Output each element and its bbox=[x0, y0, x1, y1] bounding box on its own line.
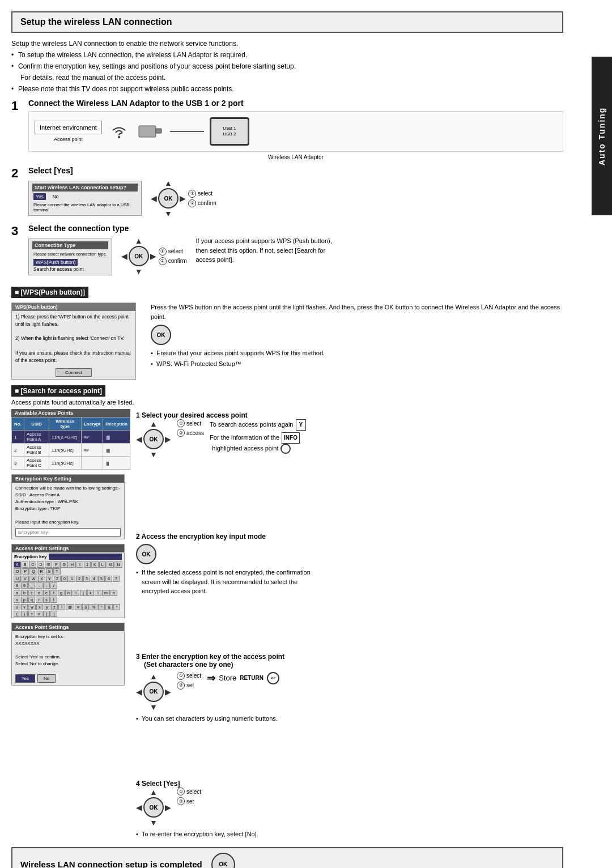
sub-step-1: 1 Select your desired access point ▲ ◀ O… bbox=[136, 411, 563, 459]
enc-key-title: Encryption Key Setting bbox=[12, 475, 124, 483]
col-no: No. bbox=[12, 418, 24, 431]
wps-right: Press the WPS button on the access point… bbox=[151, 300, 563, 369]
section-header: Setup the wireless LAN connection bbox=[11, 11, 563, 33]
info-label: INFO bbox=[282, 432, 300, 444]
step3-ok-area: ▲ ◀ OK ▶ ▼ ① select bbox=[121, 236, 187, 276]
wireless-lan-adaptor-label: Wireless LAN Adaptor bbox=[28, 154, 563, 160]
ap-confirm-no[interactable]: No bbox=[37, 674, 56, 683]
wps-left: WPS(Push button) 1) Please press the 'WP… bbox=[11, 300, 142, 382]
keyboard-area: Access Point Settings Encryption key A B… bbox=[11, 544, 125, 618]
wps-section: ■ [WPS(Push button)] WPS(Push button) 1)… bbox=[11, 283, 563, 382]
svg-point-0 bbox=[118, 136, 120, 138]
step-3-inner: Connection Type Please select network co… bbox=[28, 236, 563, 278]
enc-key-box: Encryption Key Setting Connection will b… bbox=[11, 474, 125, 539]
wps-screen-title: WPS(Push button) bbox=[12, 303, 135, 311]
ok-button-step3[interactable]: OK bbox=[129, 246, 149, 266]
step-1-title: Connect the Wireless LAN Adaptor to the … bbox=[28, 99, 563, 108]
wps-connect-btn[interactable]: Connect bbox=[56, 368, 92, 377]
intro-line1: Setup the wireless LAN connection to ena… bbox=[11, 39, 563, 49]
step-1-diagram: Internet environment Access point bbox=[28, 111, 563, 152]
step2-select-label: select bbox=[198, 190, 212, 197]
ok-button-wps[interactable]: OK bbox=[151, 325, 171, 345]
ap-confirm-box: Access Point Settings Encryption key is … bbox=[11, 623, 125, 686]
sub1-note2b: highlighted access point bbox=[212, 445, 278, 452]
step3-select-label: select bbox=[168, 248, 183, 254]
info-circle-icon bbox=[280, 444, 291, 454]
ok-button-sub2[interactable]: OK bbox=[136, 544, 156, 564]
sub-step-4: 4 Select [Yes] ▲ ◀ OK ▶ ▼ bbox=[136, 780, 563, 839]
sub1-note1: To search access points again bbox=[210, 420, 293, 430]
sub3-set: set bbox=[186, 682, 194, 688]
sub1-notes: To search access points again Y For the … bbox=[210, 419, 306, 454]
y-button: Y bbox=[296, 419, 307, 431]
step-3: 3 Select the connection type Connection … bbox=[11, 224, 563, 278]
step2-screen: Start wireless LAN connection setup? Yes… bbox=[28, 181, 142, 216]
sub4-note: To re-enter the encryption key, select [… bbox=[136, 829, 563, 839]
sub3-subtitle: (Set characters one by one) bbox=[144, 661, 563, 669]
ap-table: No. SSID Wireless type Encrypt Reception… bbox=[11, 417, 130, 470]
row1-encrypt: ## bbox=[81, 431, 103, 444]
sub4-labels: ① select ② set bbox=[177, 788, 201, 805]
step-1-number: 1 bbox=[11, 99, 24, 113]
table-row: 3 Access Point C 11n(5GHz) ||| bbox=[12, 457, 130, 470]
sub4-inner: ▲ ◀ OK ▶ ▼ ① bbox=[136, 788, 563, 827]
wps-screen: WPS(Push button) 1) Please press the 'WP… bbox=[11, 303, 136, 380]
col-type: Wireless type bbox=[49, 418, 81, 431]
svg-rect-2 bbox=[156, 129, 162, 133]
step-3-number: 3 bbox=[11, 224, 24, 239]
step-2: 2 Select [Yes] Start wireless LAN connec… bbox=[11, 166, 563, 218]
ap-confirm-body: Encryption key is set to:- XXXXXXXX Sele… bbox=[12, 631, 124, 670]
sub1-note2: For the information of the bbox=[210, 433, 279, 443]
return-label: RETURN bbox=[240, 675, 264, 681]
sub1-access: access bbox=[186, 430, 204, 436]
ap-table-area: Available Access Points No. SSID Wireles… bbox=[11, 409, 130, 470]
enc-key-input[interactable] bbox=[15, 528, 121, 537]
cable-line bbox=[170, 131, 204, 132]
svg-rect-1 bbox=[139, 126, 156, 137]
step2-yes-row: Yes No bbox=[32, 193, 138, 200]
sub2-ok-area: OK bbox=[136, 544, 563, 564]
wps-line-2: 2) When the light is flashing select 'Co… bbox=[15, 335, 132, 342]
row1-ssid: Access Point A bbox=[24, 431, 49, 444]
ap-confirm-yes[interactable]: Yes bbox=[15, 674, 35, 683]
wps-line-3: If you are unsure, please check the inst… bbox=[15, 350, 132, 364]
step2-msg: Please connect the wireless LAN adaptor … bbox=[32, 202, 138, 213]
sub1-title: 1 Select your desired access point bbox=[136, 411, 563, 419]
return-circle: ↩ bbox=[267, 672, 279, 684]
intro-block: Setup the wireless LAN connection to ena… bbox=[11, 39, 563, 94]
sub4-title: 4 Select [Yes] bbox=[136, 780, 563, 788]
ap-confirm-btns: Yes No bbox=[12, 672, 124, 685]
intro-bullet3: Please note that this TV does not suppor… bbox=[11, 84, 563, 94]
sub1-title-text: Select your desired access point bbox=[142, 411, 248, 419]
step-2-title: Select [Yes] bbox=[28, 166, 563, 175]
step-3-title: Select the connection type bbox=[28, 224, 563, 233]
ok-button[interactable]: OK bbox=[158, 188, 178, 209]
sub3-store-label: Store bbox=[219, 674, 236, 682]
sub3-labels: ① select ② set bbox=[177, 672, 201, 690]
step-2-content: Select [Yes] Start wireless LAN connecti… bbox=[28, 166, 563, 218]
step-3-content: Select the connection type Connection Ty… bbox=[28, 224, 563, 278]
step3-screen: Connection Type Please select network co… bbox=[28, 239, 112, 275]
ok-button-sub3[interactable]: OK bbox=[143, 682, 164, 702]
wps-line-1: 1) Please press the 'WPS' button on the … bbox=[15, 313, 132, 328]
sub2-title-text: Access the encryption key input mode bbox=[142, 533, 266, 541]
adaptor-area bbox=[136, 123, 164, 140]
access-point-label: Access point bbox=[54, 137, 83, 142]
enc-key-body: Connection will be made with the followi… bbox=[12, 483, 124, 539]
ok-button-sub4[interactable]: OK bbox=[143, 797, 164, 818]
step3-screen-msg: Please select network connection type. bbox=[32, 251, 108, 257]
col-ssid: SSID bbox=[24, 418, 49, 431]
intro-bullet2: Confirm the encryption key, settings and… bbox=[11, 61, 563, 71]
kbd-row-3: abcdefghijklmnopqrst bbox=[12, 589, 124, 603]
sub-step-2: 2 Access the encryption key input mode O… bbox=[136, 533, 563, 596]
search-header: ■ [Search for access point] bbox=[11, 385, 105, 397]
col-encrypt: Encrypt bbox=[81, 418, 103, 431]
keyboard-enc-label: Encryption key bbox=[14, 554, 46, 559]
section-title: Setup the wireless LAN connection bbox=[20, 17, 554, 27]
wps-note1: Ensure that your access point supports W… bbox=[151, 348, 563, 358]
ok-button-sub1[interactable]: OK bbox=[143, 429, 164, 449]
ok-button-final[interactable]: OK bbox=[211, 853, 235, 868]
search-left: Available Access Points No. SSID Wireles… bbox=[11, 409, 130, 688]
keyboard-enc-value bbox=[49, 554, 122, 560]
step-2-inner: Start wireless LAN connection setup? Yes… bbox=[28, 178, 563, 218]
